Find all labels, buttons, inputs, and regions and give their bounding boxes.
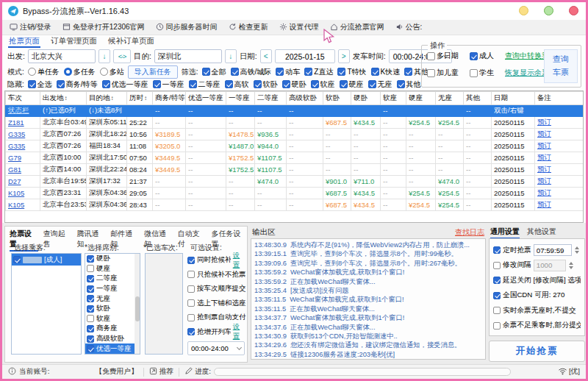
column-header[interactable]: 软座 xyxy=(381,92,406,105)
filter-全部[interactable]: 全部 xyxy=(202,67,226,77)
option-选上下铺和选座[interactable]: 选上下铺和选座 xyxy=(187,296,246,311)
option-按车次顺序提交[interactable]: 按车次顺序提交 xyxy=(187,282,246,296)
train-link[interactable]: D27 xyxy=(8,177,21,185)
train-link[interactable]: G335 xyxy=(8,130,25,138)
train-link[interactable]: G81 xyxy=(8,165,21,174)
seat-item-软座[interactable]: 软座 xyxy=(85,314,140,324)
column-header[interactable]: 高级软卧 xyxy=(287,92,323,105)
hide-商务/特等[interactable]: 商务/特等 xyxy=(57,79,98,90)
passenger-list[interactable]: [成人] xyxy=(11,253,82,355)
book-link[interactable]: 预订 xyxy=(537,165,551,173)
maximize-button[interactable] xyxy=(544,6,553,15)
table-row[interactable]: D27北京丰台19:55深圳17:3221:37------¥474.0--¥9… xyxy=(6,176,584,188)
column-header[interactable]: 软卧 xyxy=(323,92,351,105)
timed-grab-row[interactable]: 定时抢票 xyxy=(493,243,581,258)
no-seat-row[interactable]: 实时余票无座时,不提交 xyxy=(493,303,581,318)
stepper-arrows[interactable] xyxy=(575,246,579,254)
close-button[interactable] xyxy=(569,6,578,15)
seat-item-优选一等座[interactable]: 优选一等座 xyxy=(85,343,140,354)
column-header[interactable]: 日期 xyxy=(492,92,535,105)
settings-link[interactable]: 设置 xyxy=(233,322,246,341)
seat-item-高级软卧[interactable]: 高级软卧 xyxy=(85,334,140,344)
hide-高软[interactable]: 高软 xyxy=(225,79,249,90)
cdn-row[interactable]: 全国CDN 可用: 270 xyxy=(493,288,581,304)
swap-stations-button[interactable]: <-> xyxy=(113,49,131,63)
status-bar-cell[interactable]: 状态栏 xyxy=(6,105,40,117)
table-row[interactable]: G335北京西07:26福田18:3411:08¥3205.0--¥1487.0… xyxy=(6,140,584,152)
minimize-button[interactable] xyxy=(519,6,528,15)
seat-item-无座[interactable]: 无座 xyxy=(85,293,140,304)
timed-grab-time-input[interactable] xyxy=(534,244,572,256)
query-tickets-button[interactable]: 查询车票 xyxy=(544,49,578,83)
train-link[interactable]: K105 xyxy=(8,189,24,197)
train-link[interactable]: G335 xyxy=(8,142,25,150)
seat-item-硬座[interactable]: 硬座 xyxy=(85,264,140,274)
train-link[interactable]: K105 xyxy=(8,201,24,209)
option-抢增开列车[interactable]: 抢增开列车设置 xyxy=(187,325,246,340)
import-task-button[interactable]: 导入新任务 xyxy=(128,65,178,79)
column-header[interactable]: 商务/特等 xyxy=(153,92,186,105)
general-tab-0[interactable]: 通用设置 xyxy=(490,227,520,239)
depart-input[interactable] xyxy=(28,49,96,63)
filter-动车[interactable]: 动车 xyxy=(276,67,300,77)
interval-row[interactable]: 修改间隔 xyxy=(493,258,581,274)
seat-item-一等座[interactable]: 一等座 xyxy=(85,284,140,294)
book-link[interactable]: 预订 xyxy=(537,188,551,196)
column-header[interactable]: 备注 xyxy=(535,92,584,105)
table-row[interactable]: G81北京西14:00深圳北22:2408:24¥3449.5--¥1752.5… xyxy=(6,164,584,176)
scrollbar-thumb[interactable] xyxy=(135,296,140,321)
seat-item-硬卧[interactable]: 硬卧 xyxy=(85,254,140,264)
hide-无座[interactable]: 无座 xyxy=(368,79,392,90)
hide-软卧[interactable]: 软卧 xyxy=(254,79,278,90)
page-tab-0[interactable]: 抢票页面 xyxy=(8,35,40,48)
dest-dropdown-button[interactable]: ↓ xyxy=(225,49,237,63)
table-row[interactable]: G79北京西10:00深圳北17:5007:50¥3449.5--¥1752.5… xyxy=(6,152,584,164)
start-grab-button[interactable]: 开始抢票 xyxy=(489,341,585,362)
menu-item-official-site[interactable]: 分流抢票官网 xyxy=(330,22,384,32)
selected-trains-list[interactable] xyxy=(145,253,183,355)
settings-link[interactable]: 设置 xyxy=(233,251,246,270)
next-date-button[interactable]: > xyxy=(338,49,350,63)
transfer-query-link[interactable]: 查询中转换乘 xyxy=(505,51,549,61)
train-link[interactable]: G79 xyxy=(8,154,21,162)
column-header[interactable]: 出发地↕ xyxy=(40,92,87,105)
column-header[interactable]: 二等座 xyxy=(255,92,287,105)
column-header[interactable]: 目的地↕ xyxy=(87,92,127,105)
menu-item-check-update[interactable]: 检查更新 xyxy=(229,22,268,32)
menu-item-open12306[interactable]: 免登录打开12306官网 xyxy=(62,22,145,32)
book-link[interactable]: 预订 xyxy=(537,177,551,185)
hide-一等座[interactable]: 一等座 xyxy=(153,79,184,90)
option-同时抢候补[interactable]: 同时抢候补设置 xyxy=(187,253,246,268)
book-link[interactable]: 预订 xyxy=(537,141,551,149)
status-row[interactable]: 状态栏(↑)已选0列(↓)未选8列--------------双击/右键 xyxy=(6,105,584,117)
delay-close-row[interactable]: 延迟关闭 [修改间隔] 选项 xyxy=(493,273,581,288)
column-header[interactable]: 其他 xyxy=(464,92,492,105)
output-log[interactable]: 13:48:30.9系统内存不足(91%)，降低WebView2内存占用，防止崩… xyxy=(251,238,486,360)
date-value[interactable]: 2025-01-15 xyxy=(275,49,335,63)
interval-input[interactable] xyxy=(534,260,566,271)
column-header[interactable]: 硬座 xyxy=(406,92,436,105)
seat-item-商务座[interactable]: 商务座 xyxy=(85,324,140,334)
book-link[interactable]: 预订 xyxy=(537,153,551,161)
filter-K快速[interactable]: K快速 xyxy=(371,67,401,77)
column-header[interactable]: 车次 xyxy=(6,92,40,105)
hide-硬座[interactable]: 硬座 xyxy=(340,79,364,90)
table-row[interactable]: K105北京丰台23:53深圳东04:3628:43----------¥687… xyxy=(6,199,584,211)
filter-Z直达[interactable]: Z直达 xyxy=(304,67,333,77)
menu-item-notice[interactable]: 公告: xyxy=(395,22,423,32)
hide-全选[interactable]: 全选 xyxy=(28,79,52,90)
partial-submit-row[interactable]: 余票不足乘客时,部分提交 xyxy=(493,318,581,334)
column-header[interactable]: 历时↕ xyxy=(127,92,153,105)
menu-item-sync-time[interactable]: 同步服务器时间 xyxy=(156,22,218,32)
general-tab-1[interactable]: 其他设置 xyxy=(527,227,556,239)
seat-item-软卧[interactable]: 软卧 xyxy=(85,304,140,314)
passenger-item[interactable]: [成人] xyxy=(12,254,81,266)
mode-radio-多任务[interactable]: 多任务 xyxy=(64,67,96,77)
train-link[interactable]: Z181 xyxy=(8,118,24,127)
dest-input[interactable] xyxy=(154,49,222,63)
menu-item-logout[interactable]: 注销/登录 xyxy=(10,22,51,32)
book-link[interactable]: 预订 xyxy=(537,200,551,208)
page-tab-2[interactable]: 候补订单页面 xyxy=(107,35,155,48)
book-link[interactable]: 预订 xyxy=(537,118,551,126)
option-只抢候补不抢票[interactable]: 只抢候补不抢票 xyxy=(187,268,246,282)
